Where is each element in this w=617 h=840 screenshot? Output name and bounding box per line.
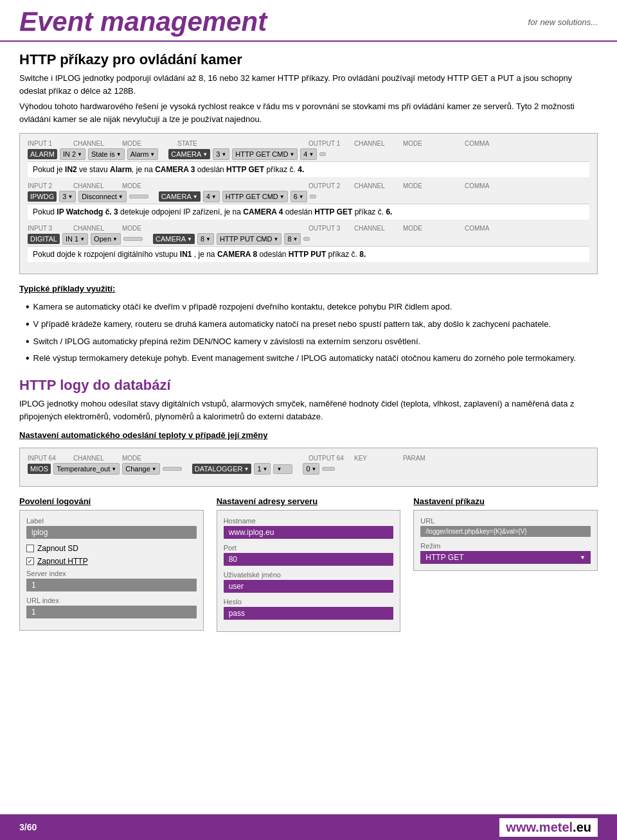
section1-title: HTTP příkazy pro ovládání kamer <box>19 51 598 68</box>
row1-ch3-select[interactable]: 3 <box>213 148 229 160</box>
example-item-4: Relé výstup termokamery detekuje pohyb. … <box>26 350 598 367</box>
row3-camera-tag[interactable]: CAMERA <box>153 234 195 244</box>
example-item-3: Switch / IPLOG automaticky přepíná režim… <box>26 333 598 351</box>
row1-in2-select[interactable]: IN 2 <box>60 148 85 160</box>
ui-table2-row: INPUT 64 CHANNEL MODE OUTPUT 64 KEY PARA… <box>28 455 589 475</box>
t2-datalogger-tag[interactable]: DATALOGGER <box>192 464 252 474</box>
row3-controls: DIGITAL IN 1 Open CAMERA 8 HTTP PUT CMD … <box>28 233 589 245</box>
row1-controls: ALARM IN 2 State is Alarm CAMERA 3 HTTP … <box>28 148 589 160</box>
row3-col-mode-right: MODE <box>403 225 461 232</box>
row3-extra-select[interactable] <box>303 237 310 241</box>
url-value[interactable]: /logger/insert.php&key={K}&val={V} <box>420 526 591 537</box>
row1-header: INPUT 1 CHANNEL MODE STATE OUTPUT 1 CHAN… <box>28 140 589 147</box>
rezim-label: Režim <box>420 542 591 550</box>
section2-title: HTTP logy do databází <box>19 377 598 394</box>
row2-extra-select[interactable] <box>310 195 316 198</box>
row3-ch8-select[interactable]: 8 <box>197 233 214 245</box>
user-value[interactable]: user <box>224 580 394 593</box>
row1-httpgetcmd-select[interactable]: HTTP GET CMD <box>232 148 298 160</box>
row3-open-select[interactable]: Open <box>91 233 121 245</box>
row2-comma6-select[interactable]: 6 <box>291 191 307 202</box>
ui-table2-label: Nastavení automatického odeslání teploty… <box>19 430 598 440</box>
row3-header: INPUT 3 CHANNEL MODE OUTPUT 3 CHANNEL MO… <box>28 225 589 232</box>
examples-title: Typické příklady využití: <box>19 284 598 293</box>
row1-alarm-select[interactable]: Alarm <box>127 148 159 160</box>
hostname-label: Hostname <box>224 517 394 525</box>
row2-label-right: OUTPUT 2 <box>308 182 350 189</box>
url-label: URL <box>420 517 591 525</box>
t2-key-dropdown[interactable] <box>273 464 292 474</box>
row2-col-channel: CHANNEL <box>73 182 118 189</box>
row2-ch4-select[interactable]: 4 <box>203 191 220 202</box>
t2-param0-select[interactable]: 0 <box>303 463 319 475</box>
port-value[interactable]: 80 <box>224 553 394 566</box>
t2-empty1[interactable] <box>163 467 182 471</box>
t2-controls: MIOS Temperature_out Change DATALOGGER 1… <box>28 463 589 475</box>
row3-col-channel-right: CHANNEL <box>354 225 399 232</box>
section1-para1: Switche i IPLOG jednotky podporují ovlád… <box>19 72 598 97</box>
row2-empty-select[interactable] <box>129 195 148 198</box>
row2-disconnect-select[interactable]: Disconnect <box>78 191 126 202</box>
row3-httpputcmd-select[interactable]: HTTP PUT CMD <box>217 233 282 245</box>
row2-col-mode-right: MODE <box>403 182 461 189</box>
row2-httpgetcmd-select[interactable]: HTTP GET CMD <box>222 191 288 202</box>
row1-col-comma: COMMA <box>465 140 497 147</box>
heslo-value[interactable]: pass <box>224 607 394 620</box>
main-content: HTTP příkazy pro ovládání kamer Switche … <box>0 42 617 670</box>
server-index-value[interactable]: 1 <box>26 579 197 591</box>
zapnout-http-checkbox[interactable]: ✓ <box>26 557 34 565</box>
rezim-value: HTTP GET <box>425 553 463 562</box>
rezim-select[interactable]: HTTP GET <box>420 551 591 564</box>
settings-prikaz-inner: URL /logger/insert.php&key={K}&val={V} R… <box>413 510 598 571</box>
settings-povoleni-title: Povolení logování <box>19 496 204 506</box>
server-index-label: Server index <box>26 570 197 577</box>
heslo-label: Heslo <box>224 598 394 606</box>
row2-camera-tag[interactable]: CAMERA <box>159 191 201 202</box>
t2-label-right: OUTPUT 64 <box>308 455 350 462</box>
row3-label-right: OUTPUT 3 <box>308 225 350 232</box>
t2-key1-select[interactable]: 1 <box>254 463 271 475</box>
page-title: Event management <box>19 6 528 37</box>
row3-comma8-select[interactable]: 8 <box>284 233 301 245</box>
hostname-value[interactable]: www.iplog.eu <box>224 526 394 539</box>
row1-camera-tag[interactable]: CAMERA <box>168 149 210 159</box>
t2-change-select[interactable]: Change <box>122 463 159 475</box>
t2-col-param: PARAM <box>403 455 461 462</box>
row1-stateis-select[interactable]: State is <box>88 148 125 160</box>
section2-para: IPLOG jednotky mohou odesílat stavy digi… <box>19 398 598 423</box>
settings-povoleni-inner: Label iplog Zapnout SD ✓ Zapnout HTTP Se… <box>19 510 204 631</box>
row3-digital-tag: DIGITAL <box>28 234 60 244</box>
row1-col-mode-left: MODE <box>122 140 174 147</box>
row2-col-channel-right: CHANNEL <box>354 182 399 189</box>
example-item-2: V případě krádeže kamery, routeru se dru… <box>26 316 598 333</box>
example-item-1: Kamera se automaticky otáčí ke dveřím v … <box>26 299 598 316</box>
footer-brand-box: www.metel.eu <box>499 818 598 837</box>
zapnout-http-row: ✓ Zapnout HTTP <box>26 557 197 566</box>
row1-comma4-select[interactable]: 4 <box>300 148 317 160</box>
row1-extra-select[interactable] <box>319 152 326 156</box>
zapnout-sd-checkbox[interactable] <box>26 545 34 552</box>
row3-empty-select[interactable] <box>123 237 143 241</box>
t2-col-channel: CHANNEL <box>73 455 118 462</box>
row3-in1-select[interactable]: IN 1 <box>62 233 88 245</box>
ui-table1-row3: INPUT 3 CHANNEL MODE OUTPUT 3 CHANNEL MO… <box>28 225 589 262</box>
url-index-value[interactable]: 1 <box>26 606 197 618</box>
t2-tempout-select[interactable]: Temperature_out <box>53 463 120 475</box>
ui-table2: INPUT 64 CHANNEL MODE OUTPUT 64 KEY PARA… <box>19 448 598 487</box>
t2-col-mode: MODE <box>122 455 174 462</box>
zapnout-http-label: Zapnout HTTP <box>37 557 88 566</box>
row2-ch3-select[interactable]: 3 <box>59 191 76 202</box>
settings-povoleni: Povolení logování Label iplog Zapnout SD… <box>19 496 204 632</box>
footer-brand: www.metel.eu <box>506 820 591 834</box>
examples-section: Typické příklady využití: Kamera se auto… <box>19 284 598 367</box>
t2-param-extra[interactable] <box>322 467 335 471</box>
ui-table1: INPUT 1 CHANNEL MODE STATE OUTPUT 1 CHAN… <box>19 133 598 274</box>
footer-page: 3/60 <box>19 822 37 832</box>
row2-header: INPUT 2 CHANNEL MODE OUTPUT 2 CHANNEL MO… <box>28 182 589 189</box>
row1-desc: Pokud je IN2 ve stavu Alarm, je na CAMER… <box>28 161 589 177</box>
ui-table2-label-text: Nastavení automatického odeslání teploty… <box>19 430 268 440</box>
port-label: Port <box>224 544 394 552</box>
row2-col-comma: COMMA <box>465 182 497 189</box>
user-label: Uživatelské jméno <box>224 571 394 579</box>
label-field-value[interactable]: iplog <box>26 526 197 539</box>
